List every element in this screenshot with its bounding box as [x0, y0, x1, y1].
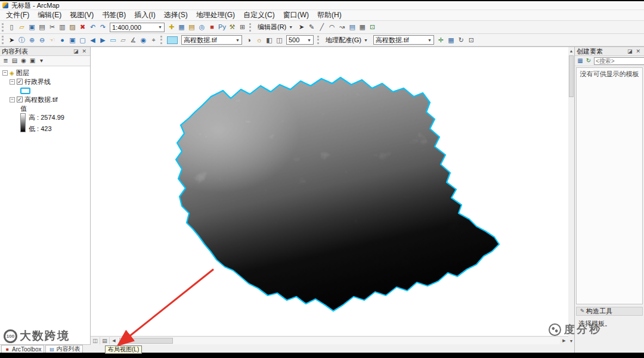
paste-icon[interactable]: ▨: [67, 23, 78, 32]
menu-window[interactable]: 窗口(W): [279, 10, 313, 21]
list-by-visibility-icon[interactable]: ◉: [19, 57, 28, 65]
new-document-icon[interactable]: ▯: [7, 23, 17, 32]
menu-customize[interactable]: 自定义(C): [239, 10, 279, 21]
select-features-icon[interactable]: ▭: [108, 35, 118, 45]
create-features-icon[interactable]: ⊡: [367, 23, 377, 32]
hscroll-track[interactable]: [118, 337, 560, 344]
full-extent-icon[interactable]: ●: [57, 35, 67, 45]
add-control-points-icon[interactable]: ✛: [436, 35, 446, 45]
toc-options-icon[interactable]: ▾: [37, 57, 46, 65]
clear-selection-icon[interactable]: ▱: [118, 35, 128, 45]
catalog-icon[interactable]: ▤: [187, 23, 197, 32]
contrast-icon[interactable]: ◑: [244, 35, 254, 45]
delete-icon[interactable]: ✖: [78, 23, 88, 32]
sketch-properties-icon[interactable]: ▦: [357, 23, 367, 32]
data-view-button[interactable]: ◫: [91, 337, 100, 344]
vscroll-thumb[interactable]: [569, 55, 574, 97]
previous-extent-icon[interactable]: ◀: [88, 35, 98, 45]
update-georeferencing-icon[interactable]: ⊡: [466, 35, 476, 45]
vscroll-track[interactable]: [568, 54, 574, 337]
flicker-rate-combo[interactable]: 500 ▼: [286, 35, 314, 45]
table-options-icon[interactable]: ▦: [177, 23, 187, 32]
map-view[interactable]: ◫ ▤ ◀ ▶: [91, 46, 568, 344]
toolbar-grip[interactable]: [2, 23, 5, 32]
menu-selection[interactable]: 选择(S): [160, 10, 192, 21]
menu-help[interactable]: 帮助(H): [313, 10, 346, 21]
rotate-icon[interactable]: ↻: [456, 35, 466, 45]
list-by-source-icon[interactable]: ▤: [10, 57, 19, 65]
arctoolbox-icon[interactable]: ■: [207, 23, 217, 32]
refresh-templates-icon[interactable]: ↻: [584, 57, 593, 65]
layer-visibility-checkbox[interactable]: ✓: [17, 79, 23, 85]
menu-file[interactable]: 文件(F): [2, 10, 33, 21]
identify-icon[interactable]: ⓘ: [17, 35, 27, 45]
swipe-icon[interactable]: ◫: [274, 35, 284, 45]
trace-tool-icon[interactable]: ↝: [337, 23, 347, 32]
pin-icon[interactable]: ◪: [72, 48, 80, 54]
effects-layer-combo[interactable]: 高程数据.tif ▼: [181, 35, 242, 45]
copy-icon[interactable]: ▥: [57, 23, 67, 32]
zoom-in-icon[interactable]: ⊕: [27, 35, 37, 45]
toolbar-grip[interactable]: [2, 36, 5, 44]
snapping-icon[interactable]: ⊞: [237, 23, 247, 32]
straight-segment-icon[interactable]: ╱: [317, 23, 327, 32]
template-search-input[interactable]: [594, 57, 644, 65]
modelbuilder-icon[interactable]: ⚒: [227, 23, 237, 32]
toc-node-layers[interactable]: − ◈ 图层: [2, 69, 90, 77]
toc-node-dem-layer[interactable]: − ✓ 高程数据.tif: [10, 95, 90, 104]
close-icon[interactable]: ✕: [80, 48, 88, 54]
next-extent-icon[interactable]: ▶: [98, 35, 108, 45]
scroll-right-button[interactable]: ▶: [560, 337, 568, 344]
toolbar-grip[interactable]: [249, 23, 252, 32]
hscroll-thumb[interactable]: [119, 338, 173, 344]
georeferencing-layer-combo[interactable]: 高程数据.tif ▼: [373, 35, 434, 45]
go-to-xy-icon[interactable]: ⌖: [148, 35, 159, 45]
toolbar-grip[interactable]: [317, 36, 320, 44]
arc-segment-icon[interactable]: ◠: [327, 23, 337, 32]
scroll-up-button[interactable]: ▲: [568, 47, 574, 54]
sketch-tool-icon[interactable]: ✎: [306, 23, 317, 32]
list-by-selection-icon[interactable]: ▣: [28, 57, 37, 65]
tab-contents[interactable]: ▤内容列表: [45, 345, 83, 353]
attributes-icon[interactable]: ▤: [347, 23, 357, 32]
layer-visibility-checkbox[interactable]: ✓: [17, 96, 23, 102]
editor-dropdown[interactable]: 编辑器(R) ▼: [254, 22, 296, 33]
map-vertical-scrollbar[interactable]: ▲ ▼: [568, 46, 574, 344]
edit-tool-icon[interactable]: ➤: [296, 23, 306, 32]
fixed-zoom-in-icon[interactable]: ▣: [67, 35, 78, 45]
menu-edit[interactable]: 编辑(E): [33, 10, 66, 21]
scroll-left-button[interactable]: ◀: [110, 337, 118, 344]
brightness-icon[interactable]: ☼: [254, 35, 264, 45]
search-icon[interactable]: ◎: [197, 23, 207, 32]
undo-icon[interactable]: ↶: [88, 23, 98, 32]
menu-geoprocessing[interactable]: 地理处理(G): [192, 10, 239, 21]
find-icon[interactable]: ◉: [138, 35, 148, 45]
redo-icon[interactable]: ↷: [98, 23, 108, 32]
boundary-symbol-icon[interactable]: [20, 88, 30, 94]
save-icon[interactable]: ▣: [27, 23, 37, 32]
map-horizontal-scrollbar[interactable]: ◫ ▤ ◀ ▶: [91, 336, 568, 344]
transparency-icon[interactable]: ◧: [264, 35, 274, 45]
zoom-out-icon[interactable]: ⊖: [37, 35, 47, 45]
collapse-icon[interactable]: −: [10, 97, 15, 102]
toolbar-grip[interactable]: [160, 36, 163, 44]
menu-view[interactable]: 视图(V): [66, 10, 98, 21]
collapse-icon[interactable]: −: [2, 70, 8, 76]
measure-icon[interactable]: ∡: [128, 35, 138, 45]
toc-node-boundary-layer[interactable]: − ✓ 行政界线: [10, 77, 90, 86]
menu-bookmarks[interactable]: 书签(B): [98, 10, 130, 21]
layout-view-button[interactable]: ▤: [100, 337, 110, 344]
fixed-zoom-out-icon[interactable]: ▢: [78, 35, 88, 45]
tab-arctoolbox[interactable]: ■ArcToolbox: [1, 345, 44, 353]
organize-templates-icon[interactable]: ▦: [576, 57, 584, 65]
collapse-icon[interactable]: −: [10, 79, 15, 85]
menu-insert[interactable]: 插入(I): [130, 10, 159, 21]
fill-color-swatch[interactable]: [167, 36, 178, 44]
close-icon[interactable]: ✕: [634, 48, 642, 54]
toc-boundary-symbol-row[interactable]: [20, 86, 90, 95]
pin-icon[interactable]: ◪: [626, 48, 634, 54]
list-by-drawing-order-icon[interactable]: ≣: [1, 57, 10, 65]
georeferencing-dropdown[interactable]: 地理配准(G) ▼: [322, 35, 371, 45]
add-data-icon[interactable]: ✚: [166, 23, 177, 32]
print-icon[interactable]: ▤: [37, 23, 47, 32]
